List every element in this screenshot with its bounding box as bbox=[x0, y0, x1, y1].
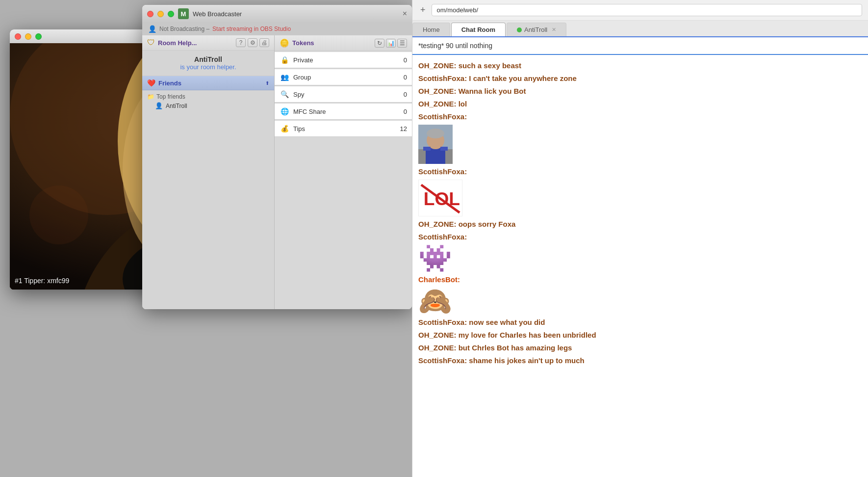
spy-value: 0 bbox=[397, 91, 407, 98]
chat-message-2: ScottishFoxa: I can't take you anywhere … bbox=[418, 73, 862, 84]
group-icon: 👥 bbox=[280, 72, 289, 82]
chat-message-3: OH_ZONE: Wanna lick you Bot bbox=[418, 85, 862, 97]
chat-message-1: OH_ZONE: such a sexy beast bbox=[418, 60, 862, 72]
broadcaster-close-btn[interactable] bbox=[147, 11, 153, 17]
antitroll-tab-close[interactable]: ✕ bbox=[552, 26, 556, 33]
svg-point-20 bbox=[427, 129, 444, 138]
chat-area: OH_ZONE: such a sexy beast ScottishFoxa:… bbox=[412, 37, 868, 477]
address-bar[interactable]: om/modelweb/ bbox=[432, 4, 862, 16]
chat-user-7: OH_ZONE: bbox=[418, 220, 459, 228]
friend-item[interactable]: 👤 AntiTroll bbox=[147, 100, 269, 111]
chat-message-6: ScottishFoxa: LOL bbox=[418, 166, 862, 216]
list-btn[interactable]: ☰ bbox=[397, 39, 407, 48]
browser-section: + om/modelweb/ Home Chat Room AntiTroll … bbox=[412, 0, 868, 477]
group-label: Group bbox=[293, 74, 393, 81]
tipper-overlay: #1 Tipper: xmfc99 bbox=[15, 277, 69, 285]
not-broadcasting-bar: 👤 Not Broadcasting – Start streaming in … bbox=[142, 23, 412, 35]
friends-expand-icon[interactable]: ⬆ bbox=[265, 80, 269, 86]
help-btn[interactable]: ? bbox=[236, 38, 246, 47]
chat-message-9: CharlesBot: 🙈 bbox=[418, 274, 862, 315]
panel-header-icons: ? ⚙ 🖨 bbox=[236, 38, 269, 47]
room-help-title: Room Help... bbox=[158, 39, 233, 47]
mfc-label: MFC Share bbox=[293, 108, 393, 115]
broadcaster-max-btn[interactable] bbox=[168, 11, 174, 17]
chat-message-13: ScottishFoxa: shame his jokes ain't up t… bbox=[418, 355, 862, 367]
red-monster-emoji: 👾 bbox=[418, 245, 862, 272]
heart-icon: ❤️ bbox=[147, 79, 155, 87]
new-tab-btn[interactable]: + bbox=[418, 5, 428, 15]
tips-icon: 💰 bbox=[280, 124, 289, 133]
chat-user-11: OH_ZONE: bbox=[418, 331, 459, 339]
chat-text-3: Wanna lick you Bot bbox=[459, 87, 526, 95]
chat-user-4: OH_ZONE: bbox=[418, 100, 459, 108]
broadcaster-logo: M bbox=[178, 8, 189, 19]
folder-icon: 📁 bbox=[147, 93, 154, 100]
scottish-monster-label: ScottishFoxa: bbox=[418, 231, 862, 243]
chat-text-1: such a sexy beast bbox=[459, 61, 521, 70]
broadcaster-title-section: M Web Broadcaster bbox=[178, 8, 399, 19]
coin-icon: 🪙 bbox=[280, 38, 289, 48]
token-row-group: 👥 Group 0 bbox=[275, 69, 412, 85]
charlesbot-monkey-label: CharlesBot: bbox=[418, 274, 862, 286]
spy-label: Spy bbox=[293, 91, 393, 98]
tokens-title: Tokens bbox=[292, 39, 372, 47]
svg-rect-22 bbox=[440, 147, 448, 151]
scottish-photo-label: ScottishFoxa: bbox=[418, 111, 862, 123]
left-panel-header: 🛡 Room Help... ? ⚙ 🖨 bbox=[142, 35, 274, 51]
tips-value: 12 bbox=[397, 125, 407, 132]
antitroll-dot bbox=[517, 27, 522, 32]
group-value: 0 bbox=[397, 74, 407, 81]
chat-message-12: OH_ZONE: but Chrles Bot has amazing legs bbox=[418, 342, 862, 354]
maximize-button[interactable] bbox=[35, 33, 42, 40]
chat-message-11: OH_ZONE: my love for Charles has been un… bbox=[418, 329, 862, 341]
tokens-header-icons: ↻ 📊 ☰ bbox=[375, 39, 407, 48]
shield-icon: 🛡 bbox=[147, 38, 155, 47]
friends-header: ❤️ Friends ⬆ bbox=[142, 76, 274, 90]
tab-home[interactable]: Home bbox=[412, 23, 450, 36]
person-icon: 👤 bbox=[148, 25, 156, 33]
tips-label: Tips bbox=[293, 125, 393, 132]
chat-user-1: OH_ZONE: bbox=[418, 61, 459, 70]
svg-point-14 bbox=[29, 186, 88, 244]
tab-antitroll[interactable]: AntiTroll ✕ bbox=[507, 23, 566, 36]
token-row-mfc: 🌐 MFC Share 0 bbox=[275, 104, 412, 120]
broadcaster-window-close[interactable]: × bbox=[403, 9, 407, 18]
chat-text-12: but Chrles Bot has amazing legs bbox=[459, 344, 572, 352]
private-value: 0 bbox=[397, 56, 407, 64]
friend-name: AntiTroll bbox=[166, 103, 187, 109]
antitroll-subtitle: is your room helper. bbox=[147, 63, 269, 71]
broadcaster-min-btn[interactable] bbox=[157, 11, 164, 17]
print-btn[interactable]: 🖨 bbox=[259, 38, 269, 47]
chat-input-area bbox=[412, 37, 868, 55]
chat-user-13: ScottishFoxa: bbox=[418, 356, 469, 365]
chat-user-10: ScottishFoxa: bbox=[418, 318, 469, 326]
chat-user-2: ScottishFoxa: bbox=[418, 74, 469, 82]
broadcaster-window: M Web Broadcaster × 👤 Not Broadcasting –… bbox=[142, 5, 412, 309]
start-streaming-link[interactable]: Start streaming in OBS Studio bbox=[212, 26, 291, 32]
settings-btn[interactable]: ⚙ bbox=[248, 38, 257, 47]
token-row-spy: 🔍 Spy 0 bbox=[275, 86, 412, 103]
chat-message-4: OH_ZONE: lol bbox=[418, 98, 862, 110]
tokens-header: 🪙 Tokens ↻ 📊 ☰ bbox=[275, 35, 412, 51]
chat-text-13: shame his jokes ain't up to much bbox=[469, 356, 584, 365]
chat-photo-thumb bbox=[418, 125, 453, 164]
chat-message-10: ScottishFoxa: now see what you did bbox=[418, 317, 862, 328]
minimize-button[interactable] bbox=[25, 33, 31, 40]
chart-btn[interactable]: 📊 bbox=[386, 39, 396, 48]
chat-text-10: now see what you did bbox=[469, 318, 545, 326]
chat-text-4: lol bbox=[459, 100, 467, 108]
broadcaster-window-title: Web Broadcaster bbox=[193, 10, 242, 18]
mfc-icon: 🌐 bbox=[280, 106, 289, 116]
chat-input[interactable] bbox=[418, 42, 862, 50]
private-label: Private bbox=[293, 56, 393, 64]
tab-chat-room[interactable]: Chat Room bbox=[451, 23, 506, 36]
chat-user-3: OH_ZONE: bbox=[418, 87, 459, 95]
close-button[interactable] bbox=[15, 33, 21, 40]
token-row-tips: 💰 Tips 12 bbox=[275, 121, 412, 137]
chat-message-8: ScottishFoxa: 👾 bbox=[418, 231, 862, 272]
chat-message-5: ScottishFoxa: bbox=[418, 111, 862, 164]
top-friends-section: 📁 Top friends 👤 AntiTroll bbox=[142, 90, 274, 114]
browser-nav: + om/modelweb/ bbox=[412, 0, 868, 21]
friend-user-icon: 👤 bbox=[155, 102, 163, 109]
refresh-btn[interactable]: ↻ bbox=[375, 39, 384, 48]
